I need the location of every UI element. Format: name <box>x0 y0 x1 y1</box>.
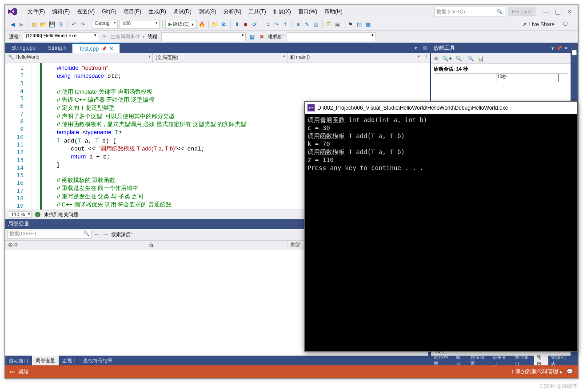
tab-settings-icon[interactable]: ۞ <box>420 45 430 51</box>
stackframe-dropdown[interactable] <box>287 32 375 41</box>
save-all-icon[interactable]: ⎘ <box>57 21 64 28</box>
live-share-button[interactable]: ↗Live Share🛡 <box>522 21 574 28</box>
tool-icon-1[interactable]: ≡ <box>295 21 302 28</box>
locals-tab-3[interactable]: 查找符号结果 <box>80 356 116 365</box>
close-panel-icon[interactable]: ✕ <box>564 46 568 51</box>
menu-view[interactable]: 视图(V) <box>73 8 98 16</box>
tab-bar: String.cpp String.h Test.cpp📌✕ ▾ ۞ <box>5 43 430 53</box>
close-tab-icon[interactable]: ✕ <box>109 46 113 51</box>
col-value[interactable]: 值 <box>146 241 287 249</box>
diag-chart-icon[interactable]: 📊 <box>478 55 484 62</box>
pause-icon[interactable]: ⏸ <box>233 21 240 28</box>
nav-back-icon[interactable]: ◀ <box>9 21 16 28</box>
diag-title: 诊断工具 <box>434 44 455 52</box>
stackframe-label: 堆栈帧: <box>268 33 284 40</box>
process-label: 进程: <box>9 33 20 40</box>
menu-project[interactable]: 项目(P) <box>120 8 145 16</box>
status-bar: ▭ 就绪 ↑ 添加到源代码管理 ▴ 💬 <box>5 365 578 378</box>
diag-reset-icon[interactable]: 🔍 <box>467 55 474 62</box>
menu-debug[interactable]: 调试(D) <box>170 8 195 16</box>
config-dropdown[interactable]: Debug <box>92 20 118 29</box>
maximize-icon[interactable]: ▢ <box>555 8 561 15</box>
gear-icon[interactable]: ⚙ <box>220 21 228 28</box>
tab-dropdown-icon[interactable]: ▾ <box>412 45 420 51</box>
panel-dropdown-icon[interactable]: ▾ <box>551 46 554 51</box>
menu-git[interactable]: Git(G) <box>98 8 120 15</box>
output-tab-1[interactable]: 断点 <box>453 356 467 365</box>
restart-icon[interactable]: ⟳ <box>251 21 258 28</box>
scm-button[interactable]: ↑ 添加到源代码管理 ▴ <box>511 368 562 376</box>
folder-icon[interactable]: 📁 <box>212 21 219 28</box>
save-icon[interactable]: 💾 <box>48 21 56 28</box>
menu-analyze[interactable]: 分析(N) <box>220 8 245 16</box>
open-icon[interactable]: 📂 <box>40 21 47 28</box>
nav-forward-icon[interactable]: ▶ <box>18 21 25 28</box>
func-dropdown[interactable]: ◧ main() <box>288 53 422 63</box>
tab-test-cpp[interactable]: Test.cpp📌✕ <box>72 43 120 53</box>
undo-icon[interactable]: ↶ <box>70 21 77 28</box>
output-tab-5[interactable]: 输出 <box>534 356 548 365</box>
output-tab-3[interactable]: 命令窗口 <box>490 356 512 365</box>
thread-dropdown[interactable] <box>161 32 246 41</box>
thread-icon-1[interactable]: ▤ <box>248 33 256 40</box>
output-tab-6[interactable]: 错误列表 <box>548 356 571 365</box>
console-title-text: D:\002_Project\006_Visual_Studio\HelloWo… <box>317 105 508 111</box>
locals-tab-2[interactable]: 监视 1 <box>59 356 80 365</box>
output-tab-0[interactable]: 调用堆栈 <box>431 356 453 365</box>
menu-extensions[interactable]: 扩展(X) <box>270 8 295 16</box>
locals-search-input[interactable]: 搜索(Ctrl+E) <box>7 230 92 239</box>
locals-tab-1[interactable]: 局部变量 <box>32 356 59 365</box>
split-icon[interactable]: ⫲ <box>422 53 430 63</box>
global-search-input[interactable]: 搜索 (Ctrl+Q)🔍 <box>434 7 505 16</box>
tab-string-cpp[interactable]: String.cpp <box>5 43 42 53</box>
console-titlebar[interactable]: C:\ D:\002_Project\006_Visual_Studio\Hel… <box>305 102 577 114</box>
flag-icon[interactable]: ⚑ <box>347 21 354 28</box>
tab-string-h[interactable]: String.h <box>42 43 72 53</box>
platform-dropdown[interactable]: x86 <box>120 20 160 29</box>
output-tab-4[interactable]: 即时窗口 <box>512 356 534 365</box>
output-tab-2[interactable]: 异常设置 <box>467 356 490 365</box>
menu-tools[interactable]: 工具(T) <box>245 8 269 16</box>
hot-reload-icon[interactable]: 🔥 <box>199 21 206 28</box>
tool-icon-7[interactable]: ▦ <box>365 21 372 28</box>
menu-test[interactable]: 测试(S) <box>195 8 220 16</box>
nav-back-icon[interactable]: ← <box>93 230 100 238</box>
lifecycle-label: 生命周期事件 <box>111 33 140 40</box>
lifecycle-icon[interactable]: ⟳ <box>101 33 108 40</box>
scope-dropdown[interactable]: 🔧 HelloWorld <box>5 53 153 63</box>
tool-icon-6[interactable]: ▤ <box>356 21 363 28</box>
menu-build[interactable]: 生成(B) <box>145 8 170 16</box>
step-out-icon[interactable]: ↥ <box>282 21 289 28</box>
pin-icon[interactable]: 📌 <box>101 46 107 51</box>
step-into-icon[interactable]: ↴ <box>264 21 271 28</box>
process-dropdown[interactable]: [12488] HelloWorld.exe <box>23 32 98 41</box>
diag-zoom-in-icon[interactable]: 🔍+ <box>442 55 452 62</box>
pin-icon[interactable]: 📌 <box>556 46 562 51</box>
tool-icon-4[interactable]: ☰ <box>325 21 332 28</box>
tool-icon-5[interactable]: ▣ <box>334 21 341 28</box>
nav-forward-icon[interactable]: → <box>102 230 109 238</box>
thread-icon-2[interactable]: ✖ <box>258 33 265 40</box>
redo-icon[interactable]: ↷ <box>79 21 86 28</box>
new-item-icon[interactable]: ▦ <box>31 21 38 28</box>
notifications-icon[interactable]: 💬 <box>567 368 573 375</box>
console-output[interactable]: 调用普通函数 int add(int a, int b) c = 30 调用函数… <box>305 114 577 174</box>
diag-zoom-out-icon[interactable]: 🔍- <box>455 55 464 62</box>
locals-tab-0[interactable]: 自动窗口 <box>5 356 32 365</box>
stop-icon[interactable]: ■ <box>242 21 249 28</box>
tool-icon-2[interactable]: ✎ <box>303 21 311 28</box>
step-over-icon[interactable]: ↷ <box>273 21 280 28</box>
diag-settings-icon[interactable]: ⚙ <box>434 55 439 62</box>
minimize-icon[interactable]: ― <box>543 8 549 15</box>
zoom-dropdown[interactable]: 110 % <box>9 211 32 218</box>
menu-edit[interactable]: 编辑(E) <box>48 8 73 16</box>
namespace-dropdown[interactable]: (全局范围) <box>153 53 288 63</box>
tool-icon-3[interactable]: ▥ <box>312 21 319 28</box>
menu-file[interactable]: 文件(F) <box>24 8 48 16</box>
menu-window[interactable]: 窗口(W) <box>295 8 321 16</box>
col-name[interactable]: 名称 <box>5 241 146 249</box>
menu-help[interactable]: 帮助(H) <box>321 8 346 16</box>
admin-icon[interactable]: 🛡 <box>563 21 568 28</box>
close-icon[interactable]: ✕ <box>567 8 572 15</box>
continue-button[interactable]: ▶继续(C)▾ <box>165 20 196 29</box>
